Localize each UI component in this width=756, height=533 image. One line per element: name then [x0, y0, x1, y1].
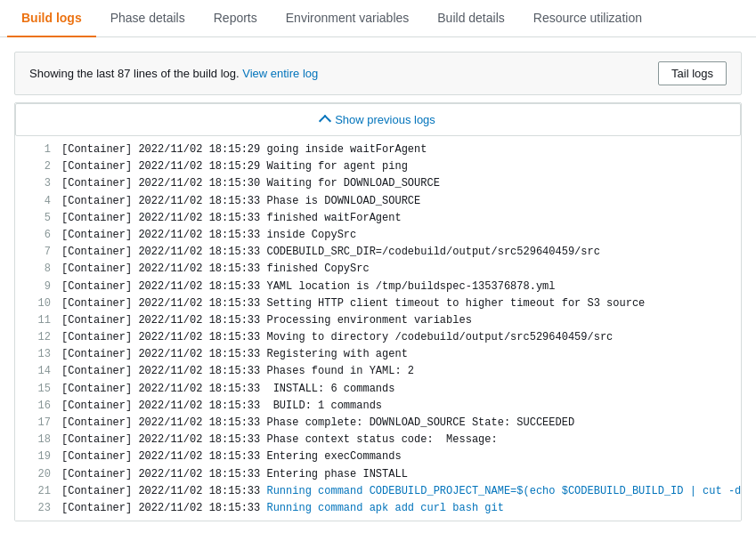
line-number: 21	[22, 483, 51, 500]
line-text: [Container] 2022/11/02 18:15:33 finished…	[61, 210, 402, 227]
log-line: 21[Container] 2022/11/02 18:15:33 Runnin…	[15, 483, 741, 500]
log-line: 8[Container] 2022/11/02 18:15:33 finishe…	[15, 261, 741, 278]
line-text: [Container] 2022/11/02 18:15:33 Moving t…	[61, 329, 613, 346]
line-text: [Container] 2022/11/02 18:15:33 Phase co…	[61, 415, 574, 432]
line-number: 13	[22, 346, 51, 363]
log-line: 4[Container] 2022/11/02 18:15:33 Phase i…	[15, 193, 741, 210]
line-number: 19	[22, 448, 51, 465]
line-number: 8	[22, 261, 51, 278]
log-line: 1[Container] 2022/11/02 18:15:29 going i…	[15, 141, 741, 158]
tail-logs-button[interactable]: Tail logs	[658, 61, 727, 85]
line-text: [Container] 2022/11/02 18:15:29 Waiting …	[61, 158, 408, 175]
log-line: 20[Container] 2022/11/02 18:15:33 Enteri…	[15, 466, 741, 483]
log-container: Show previous logs 1[Container] 2022/11/…	[14, 102, 742, 521]
line-number: 3	[22, 175, 51, 192]
line-number: 5	[22, 210, 51, 227]
log-line: 6[Container] 2022/11/02 18:15:33 inside …	[15, 227, 741, 244]
tab-environment-variables[interactable]: Environment variables	[272, 0, 424, 37]
line-text: [Container] 2022/11/02 18:15:33 Processi…	[61, 312, 472, 329]
log-line: 16[Container] 2022/11/02 18:15:33 BUILD:…	[15, 398, 741, 415]
tab-phase-details[interactable]: Phase details	[96, 0, 199, 37]
line-text: [Container] 2022/11/02 18:15:33 Register…	[61, 346, 408, 363]
info-bar: Showing the last 87 lines of the build l…	[14, 52, 742, 95]
log-line: 18[Container] 2022/11/02 18:15:33 Phase …	[15, 432, 741, 448]
line-text: [Container] 2022/11/02 18:15:33 INSTALL:…	[61, 381, 394, 398]
line-text: [Container] 2022/11/02 18:15:30 Waiting …	[61, 175, 440, 192]
line-number: 14	[22, 363, 51, 380]
line-number: 10	[22, 295, 51, 312]
log-line: 13[Container] 2022/11/02 18:15:33 Regist…	[15, 346, 741, 363]
show-prev-logs-label: Show previous logs	[335, 113, 435, 126]
chevron-up-icon	[319, 115, 331, 127]
log-line: 23[Container] 2022/11/02 18:15:33 Runnin…	[15, 500, 741, 517]
tab-build-logs[interactable]: Build logs	[7, 0, 96, 37]
line-text: [Container] 2022/11/02 18:15:33	[61, 483, 266, 500]
log-line: 2[Container] 2022/11/02 18:15:29 Waiting…	[15, 158, 741, 175]
line-number: 4	[22, 193, 51, 210]
line-number: 2	[22, 158, 51, 175]
log-line: 3[Container] 2022/11/02 18:15:30 Waiting…	[15, 175, 741, 192]
tab-reports[interactable]: Reports	[199, 0, 272, 37]
line-text: [Container] 2022/11/02 18:15:33 Phases f…	[61, 363, 414, 380]
line-number: 16	[22, 398, 51, 415]
line-text: [Container] 2022/11/02 18:15:33 Phase is…	[61, 193, 420, 210]
line-suffix-text[interactable]: Running command apk add curl bash git	[266, 500, 503, 517]
line-text: [Container] 2022/11/02 18:15:33 YAML loc…	[61, 279, 556, 295]
tabs-bar: Build logsPhase detailsReportsEnvironmen…	[0, 0, 756, 37]
log-line: 11[Container] 2022/11/02 18:15:33 Proces…	[15, 312, 741, 329]
tab-resource-utilization[interactable]: Resource utilization	[519, 0, 656, 37]
log-lines: 1[Container] 2022/11/02 18:15:29 going i…	[15, 138, 741, 521]
log-line-count-text: Showing the last 87 lines of the build l…	[29, 67, 240, 80]
info-bar-text: Showing the last 87 lines of the build l…	[29, 67, 318, 80]
line-number: 9	[22, 279, 51, 295]
main-content: Showing the last 87 lines of the build l…	[0, 37, 756, 533]
log-line: 17[Container] 2022/11/02 18:15:33 Phase …	[15, 415, 741, 432]
line-suffix-text[interactable]: Running command CODEBUILD_PROJECT_NAME=$…	[266, 483, 742, 500]
line-text: [Container] 2022/11/02 18:15:33 Entering…	[61, 466, 408, 483]
log-line: 10[Container] 2022/11/02 18:15:33 Settin…	[15, 295, 741, 312]
line-number: 23	[22, 500, 51, 517]
line-number: 12	[22, 329, 51, 346]
line-number: 6	[22, 227, 51, 244]
line-text: [Container] 2022/11/02 18:15:33 Phase co…	[61, 432, 498, 448]
log-line: 19[Container] 2022/11/02 18:15:33 Enteri…	[15, 448, 741, 465]
line-text: [Container] 2022/11/02 18:15:33	[61, 500, 266, 517]
log-line: 12[Container] 2022/11/02 18:15:33 Moving…	[15, 329, 741, 346]
log-line: 15[Container] 2022/11/02 18:15:33 INSTAL…	[15, 381, 741, 398]
line-number: 15	[22, 381, 51, 398]
line-number: 11	[22, 312, 51, 329]
line-text: [Container] 2022/11/02 18:15:33 Setting …	[61, 295, 645, 312]
line-number: 1	[22, 141, 51, 158]
line-text: [Container] 2022/11/02 18:15:33 inside C…	[61, 227, 356, 244]
line-text: [Container] 2022/11/02 18:15:33 finished…	[61, 261, 370, 278]
tab-build-details[interactable]: Build details	[423, 0, 519, 37]
line-text: [Container] 2022/11/02 18:15:33 BUILD: 1…	[61, 398, 382, 415]
show-previous-logs-button[interactable]: Show previous logs	[15, 103, 741, 136]
line-number: 20	[22, 466, 51, 483]
line-number: 18	[22, 432, 51, 448]
log-line: 7[Container] 2022/11/02 18:15:33 CODEBUI…	[15, 244, 741, 261]
log-line: 5[Container] 2022/11/02 18:15:33 finishe…	[15, 210, 741, 227]
line-number: 17	[22, 415, 51, 432]
line-text: [Container] 2022/11/02 18:15:33 Entering…	[61, 448, 402, 465]
log-line: 14[Container] 2022/11/02 18:15:33 Phases…	[15, 363, 741, 380]
line-number: 7	[22, 244, 51, 261]
view-entire-log-link[interactable]: View entire log	[242, 67, 318, 80]
log-line: 9[Container] 2022/11/02 18:15:33 YAML lo…	[15, 279, 741, 295]
line-text: [Container] 2022/11/02 18:15:29 going in…	[61, 141, 427, 158]
line-text: [Container] 2022/11/02 18:15:33 CODEBUIL…	[61, 244, 600, 261]
